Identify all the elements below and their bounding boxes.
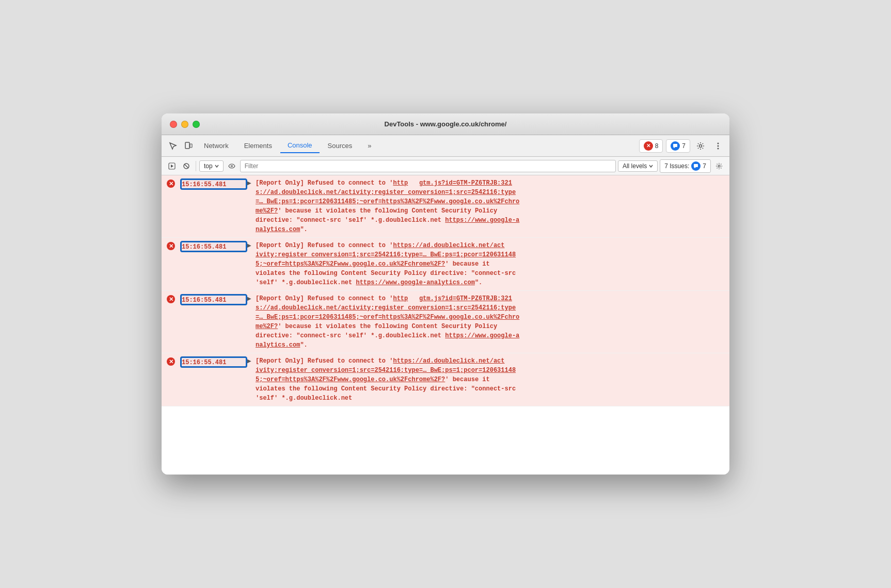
expand-arrow-4[interactable]: ▶ (247, 356, 256, 364)
log-entry: ✕ 15:16:55.481 ▶ [Report Only] Refused t… (162, 291, 729, 353)
svg-point-3 (699, 144, 702, 147)
eye-icon[interactable] (226, 160, 238, 172)
info-count-label: 7 (682, 142, 686, 150)
timestamp-3: 15:16:55.481 (180, 294, 247, 305)
log-entry: ✕ 15:16:55.481 ▶ [Report Only] Refused t… (162, 353, 729, 406)
tabbar-right: ✕ 8 7 (639, 139, 725, 153)
info-count-icon (671, 141, 680, 151)
tab-sources[interactable]: Sources (321, 139, 360, 153)
inspect-icon[interactable] (166, 139, 180, 153)
maximize-button[interactable] (193, 121, 200, 128)
console-settings-icon[interactable] (713, 160, 725, 172)
error-icon-3: ✕ (162, 294, 180, 303)
minimize-button[interactable] (181, 121, 188, 128)
log-entry: ✕ 15:16:55.481 ▶ [Report Only] Refused t… (162, 238, 729, 291)
expand-arrow-2[interactable]: ▶ (247, 241, 256, 248)
error-icon-2: ✕ (162, 241, 180, 250)
svg-rect-1 (190, 144, 192, 148)
svg-rect-12 (694, 164, 698, 167)
error-icon-1: ✕ (162, 178, 180, 188)
svg-line-10 (184, 164, 188, 168)
svg-marker-8 (171, 165, 173, 168)
svg-point-5 (718, 145, 719, 146)
svg-point-13 (718, 165, 720, 167)
svg-point-11 (231, 165, 232, 167)
info-badge-button[interactable]: 7 (666, 139, 690, 153)
log-message-3: [Report Only] Refused to connect to 'htt… (256, 294, 729, 350)
more-options-icon[interactable] (711, 139, 725, 153)
expand-arrow-3[interactable]: ▶ (247, 294, 256, 301)
filter-input[interactable] (240, 160, 616, 172)
issues-count: 7 (703, 162, 706, 170)
titlebar: DevTools - www.google.co.uk/chrome/ (162, 113, 729, 135)
console-toolbar: top All levels 7 Issues: 7 (162, 157, 729, 175)
window-title: DevTools - www.google.co.uk/chrome/ (385, 120, 507, 128)
error-badge-button[interactable]: ✕ 8 (639, 139, 663, 153)
error-count-label: 8 (655, 142, 659, 150)
divider-1 (196, 161, 196, 171)
device-toggle-icon[interactable] (181, 139, 196, 153)
run-snippet-button[interactable] (166, 160, 178, 172)
log-entry: ✕ 15:16:55.481 ▶ [Report Only] Refused t… (162, 175, 729, 238)
console-content[interactable]: ✕ 15:16:55.481 ▶ [Report Only] Refused t… (162, 175, 729, 475)
traffic-lights (170, 121, 200, 128)
tab-network[interactable]: Network (197, 139, 236, 153)
log-message-2: [Report Only] Refused to connect to 'htt… (256, 241, 729, 287)
tab-console[interactable]: Console (280, 138, 320, 153)
svg-point-6 (718, 148, 719, 149)
log-message-1: [Report Only] Refused to connect to 'htt… (256, 178, 729, 234)
svg-rect-0 (185, 142, 189, 149)
svg-rect-2 (673, 144, 677, 147)
expand-arrow-1[interactable]: ▶ (247, 178, 256, 186)
timestamp-1: 15:16:55.481 (180, 178, 247, 190)
levels-label: All levels (623, 162, 647, 170)
error-count: ✕ (644, 141, 653, 151)
tabbar: Network Elements Console Sources » ✕ 8 7 (162, 135, 729, 157)
issues-button[interactable]: 7 Issues: 7 (660, 159, 711, 173)
tab-elements[interactable]: Elements (237, 139, 279, 153)
levels-dropdown[interactable]: All levels (618, 160, 658, 172)
svg-point-4 (718, 142, 719, 144)
settings-icon[interactable] (693, 139, 708, 153)
log-message-4: [Report Only] Refused to connect to 'htt… (256, 356, 729, 403)
timestamp-2: 15:16:55.481 (180, 241, 247, 252)
clear-console-button[interactable] (180, 160, 193, 172)
issues-count-badge (691, 161, 701, 171)
tab-more[interactable]: » (360, 139, 378, 153)
close-button[interactable] (170, 121, 177, 128)
context-dropdown[interactable]: top (199, 160, 224, 172)
context-label: top (204, 162, 213, 170)
devtools-window: DevTools - www.google.co.uk/chrome/ Netw… (162, 113, 729, 475)
issues-text: 7 Issues: (664, 162, 689, 170)
timestamp-4: 15:16:55.481 (180, 356, 247, 368)
error-icon-4: ✕ (162, 356, 180, 366)
